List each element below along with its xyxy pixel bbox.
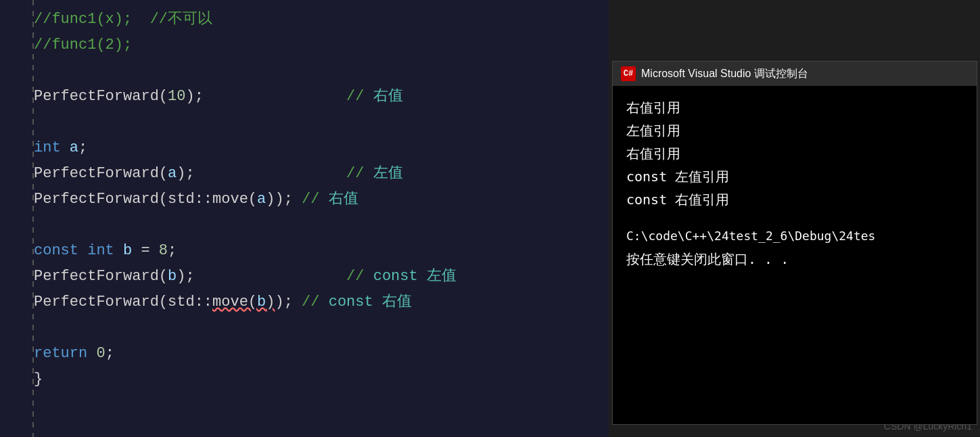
empty-line <box>34 110 609 135</box>
debug-titlebar: C# Microsoft Visual Studio 调试控制台 <box>613 62 977 86</box>
debug-output-line: 右值引用 <box>626 142 963 165</box>
table-row: PerfectForward(10); // 右值 <box>34 84 609 110</box>
table-row: PerfectForward(std::move(a)); // 右值 <box>34 187 609 212</box>
debug-panel: C# Microsoft Visual Studio 调试控制台 右值引用 左值… <box>612 61 977 425</box>
empty-line <box>34 315 609 341</box>
comment-text: //func1(2); <box>34 37 132 53</box>
table-row: //func1(x); //不可以 <box>34 7 609 32</box>
empty-line <box>34 212 609 238</box>
empty-line <box>34 58 609 84</box>
comment-text: // <box>346 165 373 182</box>
debug-output-line: 右值引用 <box>626 96 963 119</box>
comment-text: // <box>302 191 329 208</box>
table-row: //func1(2); <box>34 32 609 58</box>
comment-text: // <box>346 88 373 105</box>
table-row: PerfectForward(a); // 左值 <box>34 161 609 187</box>
code-lines: //func1(x); //不可以 //func1(2); PerfectFor… <box>0 0 609 437</box>
debug-output-line: 左值引用 <box>626 119 963 142</box>
table-row: int a; <box>34 135 609 161</box>
comment-text: //func1(x); //不可以 <box>34 11 212 28</box>
debug-content: 右值引用 左值引用 右值引用 const 左值引用 const 右值引用 C:\… <box>613 86 977 424</box>
table-row: } <box>34 367 609 392</box>
debug-title: Microsoft Visual Studio 调试控制台 <box>641 67 808 81</box>
table-row: return 0; <box>34 341 609 367</box>
debug-output-line: const 右值引用 <box>626 188 963 211</box>
table-row: PerfectForward(b); // const 左值 <box>34 264 609 290</box>
debug-output-line: const 左值引用 <box>626 165 963 188</box>
table-row: PerfectForward(std::move(b)); // const 右… <box>34 290 609 315</box>
left-border <box>32 0 34 437</box>
vs-icon: C# <box>621 66 636 81</box>
debug-prompt-line: 按任意键关闭此窗口. . . <box>626 248 963 271</box>
main-container: //func1(x); //不可以 //func1(2); PerfectFor… <box>0 0 980 437</box>
debug-path-line: C:\code\C++\24test_2_6\Debug\24tes <box>626 225 963 248</box>
comment-text: // <box>346 268 373 285</box>
code-editor: //func1(x); //不可以 //func1(2); PerfectFor… <box>0 0 609 437</box>
debug-empty-space <box>626 211 963 225</box>
comment-text: // <box>302 294 329 310</box>
table-row: const int b = 8; <box>34 238 609 264</box>
